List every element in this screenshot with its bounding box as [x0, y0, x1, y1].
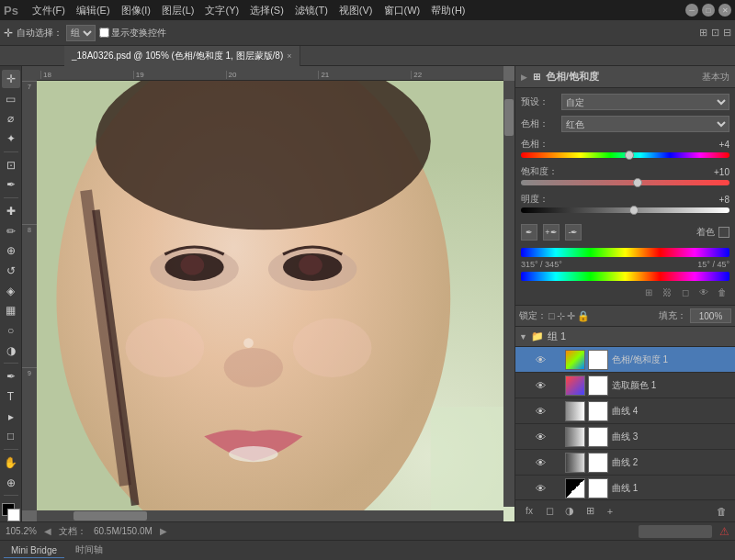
canvas-scroll-thumb-h[interactable]: [74, 511, 147, 521]
hue-slider-thumb[interactable]: [625, 151, 634, 160]
path-select-tool[interactable]: ▸: [2, 408, 20, 426]
menu-bar[interactable]: 文件(F)编辑(E)图像(I)图层(L)文字(Y)选择(S)滤镜(T)视图(V)…: [28, 2, 470, 19]
tab-close-button[interactable]: ×: [287, 51, 291, 61]
fill-value-input[interactable]: [690, 308, 731, 323]
canvas-scroll-thumb-v[interactable]: [504, 99, 514, 136]
zoom-tool[interactable]: ⊕: [2, 474, 20, 492]
menu-item[interactable]: 窗口(W): [379, 2, 425, 19]
delete-layer-button[interactable]: 🗑: [713, 503, 729, 520]
add-mask-button[interactable]: ◻: [541, 503, 558, 520]
lock-icon-1[interactable]: □: [548, 310, 555, 321]
menu-item[interactable]: 文字(Y): [200, 2, 243, 19]
layer-item[interactable]: 👁选取颜色 1: [515, 373, 735, 398]
maximize-button[interactable]: □: [702, 4, 715, 17]
props-collapse-icon[interactable]: ▶: [521, 73, 527, 82]
foreground-color[interactable]: [2, 503, 20, 521]
canvas-scrollbar-h[interactable]: [37, 510, 503, 521]
colorize-checkbox[interactable]: [718, 227, 729, 238]
menu-item[interactable]: 编辑(E): [72, 2, 115, 19]
timeline-tab[interactable]: 时间轴: [68, 542, 110, 559]
auto-select-dropdown[interactable]: 组: [66, 25, 96, 41]
move-tool[interactable]: ✛: [2, 70, 20, 88]
layer-item[interactable]: 👁曲线 4: [515, 398, 735, 424]
layers-toolbar: 锁定： □ ⊹ ✛ 🔒 填充：: [515, 305, 735, 327]
dodge-tool[interactable]: ◑: [2, 342, 20, 360]
text-tool[interactable]: T: [2, 387, 20, 406]
layer-item[interactable]: 👁曲线 2: [515, 450, 735, 476]
blur-tool[interactable]: ○: [2, 321, 20, 340]
pen-tool[interactable]: ✒: [2, 367, 20, 386]
nav-prev[interactable]: ◀: [44, 526, 51, 536]
healing-tool[interactable]: ✚: [2, 202, 20, 220]
eraser-tool[interactable]: ◈: [2, 282, 20, 300]
layers-list[interactable]: ▼ 📁 组 1 👁色相/饱和度 1👁选取颜色 1👁曲线 4👁曲线 3👁曲线 2👁…: [515, 327, 735, 499]
lasso-tool[interactable]: ⌀: [2, 109, 20, 128]
canvas-tab[interactable]: _18A0326.psd @ 105% (色相/饱和度 1, 图层蒙版/8) ×: [64, 46, 300, 66]
eyedropper-tool[interactable]: ✒: [2, 175, 20, 194]
menu-item[interactable]: 视图(V): [334, 2, 378, 19]
tb-icon-3[interactable]: ⊟: [723, 27, 731, 39]
window-controls[interactable]: ─ □ ✕: [685, 4, 731, 17]
gradient-tool[interactable]: ▦: [2, 301, 20, 319]
lock-icon-2[interactable]: ⊹: [557, 310, 565, 322]
group-expand-icon[interactable]: ▼: [519, 332, 527, 342]
lock-icon-3[interactable]: ✛: [567, 310, 575, 322]
eyedropper-add-btn[interactable]: +✒: [543, 224, 560, 241]
eyedropper-sub-btn[interactable]: -✒: [565, 224, 582, 241]
panel-icon-grid[interactable]: ⊞: [641, 285, 656, 299]
menu-item[interactable]: 图像(I): [117, 2, 155, 19]
group-button[interactable]: ⊞: [582, 503, 598, 520]
nav-next[interactable]: ▶: [160, 526, 167, 536]
menu-item[interactable]: 帮助(H): [426, 2, 469, 19]
menu-item[interactable]: 选择(S): [245, 2, 288, 19]
move-tool-icon[interactable]: ✛: [4, 27, 13, 39]
history-tool[interactable]: ↺: [2, 262, 20, 280]
brush-tool[interactable]: ✏: [2, 222, 20, 241]
layer-item[interactable]: 👁色相/饱和度 1: [515, 347, 735, 373]
magic-wand-tool[interactable]: ✦: [2, 129, 20, 148]
bright-slider-thumb[interactable]: [629, 206, 639, 215]
shape-tool[interactable]: □: [2, 427, 20, 445]
layer-visibility-toggle[interactable]: 👁: [534, 405, 547, 418]
layer-item[interactable]: 👁曲线 1: [515, 476, 735, 499]
canvas-scrollbar-v[interactable]: [503, 81, 514, 507]
panel-icon-chain[interactable]: ⛓: [660, 285, 674, 299]
canvas-area[interactable]: 18 19 20 21 22 7 8 9: [22, 66, 514, 521]
lock-icon-4[interactable]: 🔒: [577, 310, 590, 322]
adjustment-button[interactable]: ◑: [561, 503, 578, 520]
eyedropper-btn[interactable]: ✒: [521, 224, 537, 241]
panel-icon-trash[interactable]: 🗑: [715, 285, 729, 299]
minimize-button[interactable]: ─: [685, 4, 698, 17]
menu-item[interactable]: 图层(L): [157, 2, 198, 19]
layer-visibility-toggle[interactable]: 👁: [534, 456, 547, 469]
transform-checkbox[interactable]: [99, 28, 109, 38]
sat-slider-track[interactable]: [521, 180, 729, 185]
layer-group-header[interactable]: ▼ 📁 组 1: [515, 327, 735, 347]
transform-toggle[interactable]: 显示变换控件: [99, 27, 166, 39]
menu-item[interactable]: 滤镜(T): [290, 2, 333, 19]
layer-item[interactable]: 👁曲线 3: [515, 424, 735, 450]
basic-label[interactable]: 基本功: [702, 71, 729, 84]
new-layer-button[interactable]: +: [602, 503, 618, 520]
layer-visibility-toggle[interactable]: 👁: [534, 431, 547, 443]
stamp-tool[interactable]: ⊕: [2, 241, 20, 260]
layer-visibility-toggle[interactable]: 👁: [534, 379, 547, 392]
panel-icon-eye[interactable]: 👁: [696, 285, 711, 299]
menu-item[interactable]: 文件(F): [28, 2, 70, 19]
layer-visibility-toggle[interactable]: 👁: [534, 353, 547, 366]
mini-bridge-tab[interactable]: Mini Bridge: [4, 543, 64, 558]
hue-slider-track[interactable]: [521, 152, 729, 158]
marquee-tool[interactable]: ▭: [2, 90, 20, 108]
panel-icon-mask[interactable]: ◻: [678, 285, 693, 299]
crop-tool[interactable]: ⊡: [2, 156, 20, 174]
layer-visibility-toggle[interactable]: 👁: [534, 482, 547, 495]
preset-dropdown[interactable]: 自定: [561, 94, 729, 110]
close-button[interactable]: ✕: [718, 4, 731, 17]
hand-tool[interactable]: ✋: [2, 454, 20, 472]
sat-slider-thumb[interactable]: [633, 178, 642, 187]
tb-icon-1[interactable]: ⊞: [699, 27, 707, 39]
tb-icon-2[interactable]: ⊡: [711, 27, 719, 39]
bright-slider-track[interactable]: [521, 207, 729, 213]
channel-dropdown[interactable]: 红色: [561, 116, 729, 132]
fx-button[interactable]: fx: [521, 503, 537, 520]
